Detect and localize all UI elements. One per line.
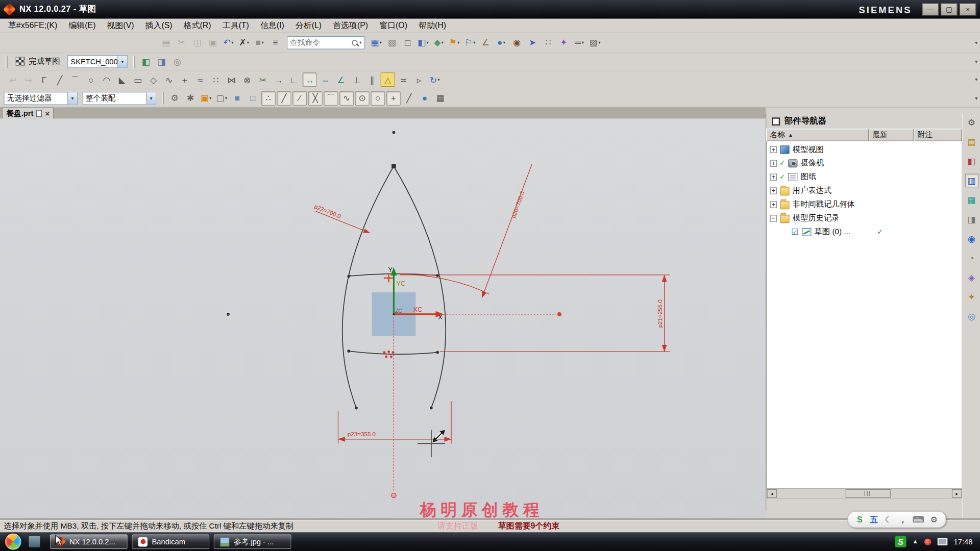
- ime-halfmoon-icon[interactable]: ☾: [883, 513, 894, 525]
- chevron-down-icon[interactable]: ▾: [473, 40, 475, 45]
- move-object-icon[interactable]: ➤: [525, 35, 540, 49]
- tree-row-cameras[interactable]: + ✓ 摄像机: [767, 156, 962, 170]
- chevron-down-icon[interactable]: ▾: [503, 40, 505, 45]
- polygon-icon[interactable]: ◇: [146, 72, 161, 87]
- work-plane-icon[interactable]: ▧: [385, 35, 399, 49]
- dimension-p20[interactable]: p20=700.0: [400, 164, 532, 298]
- chevron-down-icon[interactable]: ▾: [261, 40, 263, 45]
- toolbar-overflow-icon[interactable]: ▾: [975, 95, 977, 101]
- ime-keyboard-icon[interactable]: ⌨: [912, 513, 925, 525]
- analysis-target-icon[interactable]: ◉: [510, 35, 524, 49]
- toolbar-overflow-icon[interactable]: ▾: [975, 40, 977, 45]
- display-color-icon[interactable]: ■▾: [253, 35, 267, 49]
- tree-row-drawing[interactable]: + ✓ 图纸: [767, 170, 962, 184]
- chevron-down-icon[interactable]: ▾: [442, 40, 444, 45]
- note-flag-icon[interactable]: ⚐▾: [463, 35, 477, 49]
- menu-edit[interactable]: 编辑(E): [63, 18, 101, 32]
- sketch-points[interactable]: [227, 131, 439, 410]
- checkbox-icon[interactable]: ☑: [791, 227, 801, 236]
- snap-point-icon[interactable]: ∴: [261, 91, 276, 105]
- recording-indicator-icon[interactable]: [924, 538, 931, 545]
- scroll-right-icon[interactable]: ▸: [952, 489, 962, 498]
- display-constraints-icon[interactable]: △: [381, 72, 395, 87]
- ime-wubi-icon[interactable]: 五: [869, 513, 879, 525]
- snap-center-icon[interactable]: ⊙: [355, 91, 370, 105]
- chevron-down-icon[interactable]: ▾: [582, 40, 584, 45]
- erase-region-icon[interactable]: ◻: [400, 35, 414, 49]
- tree-row-model-history[interactable]: − 模型历史记录: [767, 211, 962, 225]
- graphics-canvas[interactable]: p21=255.0 p23=355.0 p22=700.0: [0, 119, 766, 520]
- expand-icon[interactable]: +: [770, 173, 777, 180]
- geometric-constraints-icon[interactable]: ⊥: [349, 72, 363, 87]
- section-hatch-icon[interactable]: ▨▾: [588, 35, 602, 49]
- ime-toolbox-icon[interactable]: ⚙: [928, 513, 939, 525]
- expand-icon[interactable]: +: [770, 160, 777, 166]
- snap-quadrant-icon[interactable]: ○: [371, 91, 385, 105]
- menu-analysis[interactable]: 分析(L): [290, 18, 327, 32]
- sketch-plane-icon[interactable]: ◎: [170, 55, 184, 69]
- toolbar-overflow-icon[interactable]: ▾: [975, 59, 977, 64]
- snap-endpoint-icon[interactable]: ╱: [277, 91, 291, 105]
- search-icon[interactable]: [352, 40, 357, 45]
- angular-dimension-icon[interactable]: ∠: [334, 72, 348, 87]
- tab-canpan-prt[interactable]: 餐盘.prt ×: [2, 108, 54, 119]
- navigator-horizontal-scrollbar[interactable]: ◂ ▸: [766, 489, 962, 499]
- shaded-view-icon[interactable]: ■: [230, 91, 244, 105]
- constraint-navigator-icon[interactable]: ◧: [965, 154, 978, 168]
- taskbar-clock[interactable]: 17:48: [954, 537, 973, 546]
- wireframe-view-icon[interactable]: □: [246, 91, 260, 105]
- extend-icon[interactable]: →: [271, 72, 285, 87]
- snap-intersection-icon[interactable]: ╳: [308, 91, 323, 105]
- assembly-navigator-icon[interactable]: ▤: [965, 135, 978, 148]
- scroll-left-icon[interactable]: ◂: [767, 489, 777, 498]
- menu-information[interactable]: 信息(I): [255, 18, 290, 32]
- expand-icon[interactable]: +: [770, 146, 777, 153]
- process-studio-icon[interactable]: ◈: [965, 270, 978, 284]
- snap-point-on-curve-icon[interactable]: ╱: [402, 91, 416, 105]
- sketch-back-icon[interactable]: ↩: [6, 72, 20, 87]
- chevron-down-icon[interactable]: ▾: [209, 95, 211, 101]
- marquee-select-icon[interactable]: ▢▾: [214, 91, 229, 105]
- menu-preferences[interactable]: 首选项(P): [327, 18, 374, 32]
- menu-format[interactable]: 格式(R): [178, 18, 217, 32]
- history-palette-icon[interactable]: ◔: [965, 251, 978, 265]
- chevron-down-icon[interactable]: ▾: [359, 40, 361, 45]
- command-finder[interactable]: ▾: [287, 36, 364, 49]
- snapshot-flag-icon[interactable]: ⚑▾: [447, 35, 461, 49]
- quick-launch-icon[interactable]: [29, 536, 40, 547]
- snap-spline-icon[interactable]: ∿: [339, 91, 354, 105]
- column-name[interactable]: 名称 ▲: [766, 129, 869, 141]
- start-button[interactable]: [5, 534, 21, 550]
- menu-view[interactable]: 视图(V): [101, 18, 139, 32]
- touch-mode-icon[interactable]: ◎: [965, 309, 978, 323]
- spline-icon[interactable]: ∿: [162, 72, 176, 87]
- relations-icon[interactable]: ✱: [183, 91, 198, 105]
- sketch-style-icon[interactable]: ◧: [139, 55, 153, 69]
- linear-dimension-icon[interactable]: ⇔: [318, 72, 332, 87]
- auto-constrain-icon[interactable]: ∥: [365, 72, 379, 87]
- reuse-library-icon[interactable]: ▦: [965, 193, 978, 207]
- tree-row-non-timestamp-geometry[interactable]: + 非时间戳记几何体: [767, 197, 962, 211]
- create-inferred-icon[interactable]: ▣▾: [199, 91, 213, 105]
- chevron-down-icon[interactable]: ▾: [225, 95, 227, 101]
- close-button[interactable]: ×: [960, 3, 976, 15]
- chevron-down-icon[interactable]: ▾: [146, 92, 156, 104]
- tray-expand-icon[interactable]: ▲: [913, 539, 918, 545]
- menu-help[interactable]: 帮助(H): [413, 18, 452, 32]
- column-note[interactable]: 附注: [914, 129, 962, 141]
- snap-settings-icon[interactable]: ⚙: [167, 91, 182, 105]
- chevron-down-icon[interactable]: ▾: [67, 92, 77, 104]
- sogou-logo-icon[interactable]: S: [854, 513, 865, 525]
- sketch-forward-icon[interactable]: ↪: [21, 72, 36, 87]
- paste-icon[interactable]: ▣: [206, 35, 220, 49]
- sketch-name-combo[interactable]: SKETCH_000 ▾: [67, 55, 128, 68]
- delete-icon[interactable]: ✗▾: [237, 35, 251, 49]
- copy-icon[interactable]: ◫: [190, 35, 204, 49]
- menu-tools[interactable]: 工具(T): [217, 18, 255, 32]
- scrollbar-thumb[interactable]: [846, 489, 891, 498]
- arc-icon[interactable]: ⌒: [68, 72, 82, 87]
- named-scene-icon[interactable]: ◧▾: [416, 35, 430, 49]
- selection-scope-combo[interactable]: 整个装配 ▾: [83, 91, 156, 105]
- chevron-down-icon[interactable]: ▾: [598, 40, 600, 45]
- measure-icon[interactable]: ∠: [478, 35, 493, 49]
